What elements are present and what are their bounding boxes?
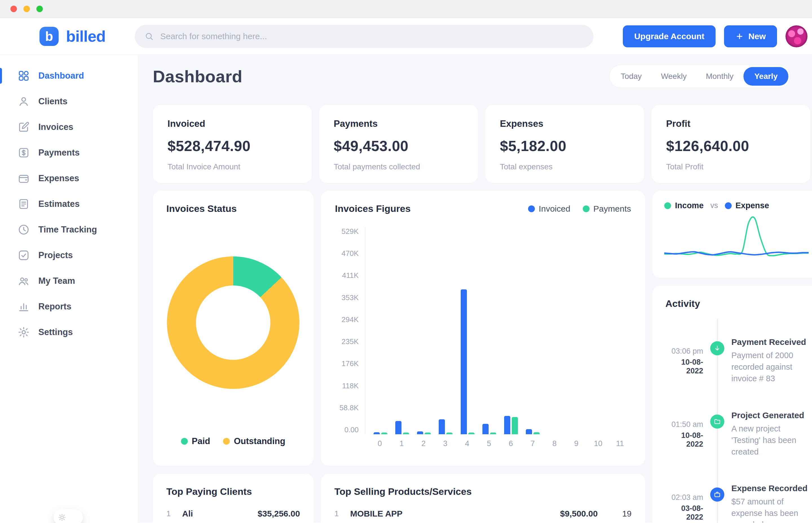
close-button[interactable] <box>11 6 17 12</box>
invoices-figures-card: Invoices Figures InvoicedPayments 529K47… <box>321 191 645 466</box>
bar-group <box>438 419 454 434</box>
stat-value: $5,182.00 <box>500 138 630 155</box>
folder-icon <box>710 415 724 429</box>
grid-icon <box>17 70 30 82</box>
income-vs-expense-card: IncomevsExpense <box>652 191 812 278</box>
bar-chart-icon <box>17 301 30 313</box>
briefcase-icon <box>710 487 724 502</box>
y-tick: 529K <box>341 227 359 236</box>
x-tick: 7 <box>525 439 541 448</box>
theme-toggle[interactable] <box>54 509 83 523</box>
activity-text: Expense Recorded$57 amount of expense ha… <box>731 484 808 523</box>
y-axis-labels: 529K470K411K353K294K235K176K118K58.8K0.0… <box>335 227 359 434</box>
sidebar: DashboardClientsInvoicesPaymentsExpenses… <box>0 55 138 523</box>
sidebar-item-time-tracking[interactable]: Time Tracking <box>0 219 138 240</box>
bar-invoiced <box>504 416 510 434</box>
sidebar-item-invoices[interactable]: Invoices <box>0 116 138 138</box>
vs-label: vs <box>710 201 718 210</box>
sun-icon <box>58 513 66 522</box>
bar-invoiced <box>461 289 467 434</box>
filter-yearly[interactable]: Yearly <box>743 67 788 86</box>
sidebar-item-label: Settings <box>38 327 73 337</box>
bar-payments <box>381 433 387 434</box>
minimize-button[interactable] <box>23 6 30 12</box>
sidebar-item-payments[interactable]: Payments <box>0 142 138 163</box>
x-tick: 5 <box>481 439 497 448</box>
bar-chart-legend: InvoicedPayments <box>528 204 631 214</box>
right-column: IncomevsExpense Activity 03:06 pm10-08-2… <box>652 191 812 523</box>
legend-dot <box>223 438 230 445</box>
bar-plot <box>365 227 631 434</box>
bar-payments <box>425 433 431 434</box>
activity-text: Payment ReceivedPayment of 2000 recorded… <box>731 337 808 385</box>
sidebar-item-label: Time Tracking <box>38 224 97 235</box>
stat-card-profit: Profit$126,640.00Total Profit <box>652 105 811 183</box>
bar-group <box>394 421 410 434</box>
card-title: Top Paying Clients <box>166 486 300 497</box>
x-tick: 4 <box>459 439 475 448</box>
bar-group <box>416 431 432 434</box>
brand-logo[interactable]: b billed <box>39 27 105 46</box>
sidebar-item-projects[interactable]: Projects <box>0 245 138 266</box>
sidebar-item-label: Clients <box>38 96 67 107</box>
wallet-icon <box>17 172 30 184</box>
upgrade-account-button[interactable]: Upgrade Account <box>623 25 716 47</box>
bar-payments <box>512 417 518 434</box>
bar-group <box>459 289 476 434</box>
x-tick: 11 <box>612 439 628 448</box>
maximize-button[interactable] <box>36 6 43 12</box>
sidebar-item-label: Dashboard <box>38 71 84 81</box>
x-tick: 9 <box>568 439 584 448</box>
client-amount: $35,256.00 <box>258 509 300 519</box>
sidebar-item-estimates[interactable]: Estimates <box>0 193 138 215</box>
user-avatar[interactable] <box>785 25 808 47</box>
invoices-figures-bar-chart: 529K470K411K353K294K235K176K118K58.8K0.0… <box>335 227 631 448</box>
bar-payments <box>533 432 540 434</box>
stat-title: Invoiced <box>167 118 297 129</box>
card-title: Invoices Figures <box>335 203 410 214</box>
top-selling-products-card: Top Selling Products/Services 1MOBILE AP… <box>321 474 645 523</box>
client-name: Ali <box>182 509 193 519</box>
stat-value: $49,453.00 <box>334 138 463 155</box>
sidebar-item-expenses[interactable]: Expenses <box>0 168 138 189</box>
x-tick: 3 <box>437 439 453 448</box>
search-bar <box>135 25 594 48</box>
y-tick: 411K <box>342 271 359 280</box>
legend-dot <box>181 438 188 445</box>
activity-time: 02:03 am03-08-2022 <box>665 484 703 522</box>
stat-value: $528,474.90 <box>167 138 297 155</box>
clock-icon <box>17 223 30 236</box>
new-button[interactable]: New <box>724 25 777 47</box>
team-icon <box>17 275 30 287</box>
legend-income: Income <box>664 201 704 210</box>
rank: 1 <box>166 509 182 518</box>
sidebar-item-dashboard[interactable]: Dashboard <box>0 65 138 87</box>
sidebar-item-reports[interactable]: Reports <box>0 296 138 317</box>
bar-payments <box>446 433 453 434</box>
bar-invoiced <box>439 419 445 434</box>
filter-monthly[interactable]: Monthly <box>697 68 742 85</box>
bar-invoiced <box>526 429 532 434</box>
sidebar-item-my-team[interactable]: My Team <box>0 270 138 292</box>
bar-payments <box>468 433 475 434</box>
bar-invoiced <box>417 431 423 434</box>
filter-today[interactable]: Today <box>612 68 651 85</box>
stat-caption: Total expenses <box>500 162 630 171</box>
rank: 1 <box>334 509 350 518</box>
bar-invoiced <box>482 424 489 434</box>
stat-caption: Total Profit <box>666 162 796 171</box>
user-icon <box>17 95 30 108</box>
x-tick: 0 <box>372 439 388 448</box>
line-income <box>664 217 809 256</box>
sidebar-item-label: Invoices <box>38 122 73 132</box>
filter-weekly[interactable]: Weekly <box>652 68 695 85</box>
sidebar-item-settings[interactable]: Settings <box>0 322 138 343</box>
sidebar-item-clients[interactable]: Clients <box>0 91 138 112</box>
search-input[interactable] <box>160 32 584 41</box>
stat-card-invoiced: Invoiced$528,474.90Total Invoice Amount <box>153 105 312 183</box>
gear-icon <box>17 326 30 339</box>
card-title: Invoices Status <box>166 203 300 214</box>
dollar-icon <box>17 146 30 159</box>
page-head: Dashboard TodayWeeklyMonthlyYearly <box>153 65 810 88</box>
x-tick: 1 <box>393 439 410 448</box>
